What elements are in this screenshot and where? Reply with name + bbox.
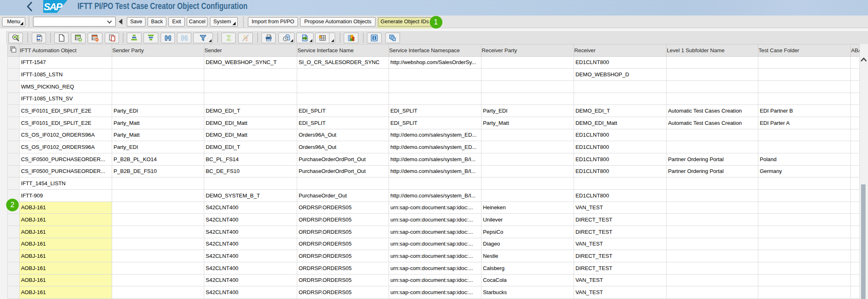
- svg-text:SAP: SAP: [44, 1, 63, 12]
